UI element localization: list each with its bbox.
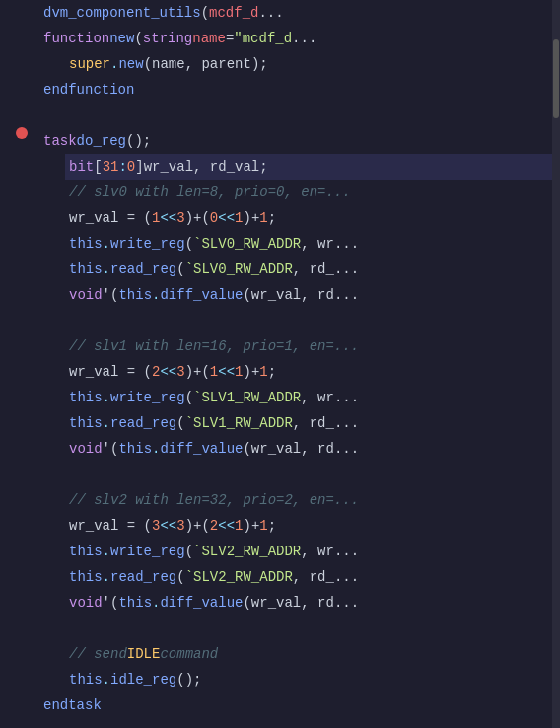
code-line: // slv0 with len=8, prio=0, en=... [65,180,552,205]
code-line: void'(this.diff_value(wr_val, rd... [65,282,552,308]
gutter-line [0,146,32,171]
code-line: // slv1 with len=16, prio=1, en=... [65,333,552,359]
gutter-line [0,25,32,49]
gutter-line [0,243,32,267]
code-line [39,308,552,333]
vertical-scrollbar[interactable] [552,0,560,728]
code-line [39,462,552,487]
code-line: this.idle_reg(); [65,667,552,692]
gutter-line [0,48,32,73]
code-line [39,103,552,128]
gutter-line [0,582,32,607]
code-line: // send IDLE command [65,641,552,667]
code-line: endtask [39,692,552,718]
gutter-line [0,412,32,437]
code-line: dvm_component_utils(mcdf_d... [39,0,552,26]
code-line: this.read_reg(`SLV1_RW_ADDR, rd_... [65,410,552,436]
gutter-line [0,630,32,655]
code-line: void'(this.diff_value(wr_val, rd... [65,590,552,616]
gutter-line [0,316,32,340]
gutter-line [0,218,32,243]
gutter-line [0,703,32,728]
gutter-line [0,534,32,558]
line-numbers [0,0,39,728]
gutter-line [0,170,32,194]
code-line: function new(string name = "mcdf_d... [39,26,552,51]
code-line [39,616,552,641]
code-line: wr_val = (3<<3)+(2<<1)+1; [65,513,552,539]
gutter-line [0,194,32,219]
gutter-line [0,437,32,462]
code-line: endfunction [39,77,552,103]
code-content[interactable]: dvm_component_utils(mcdf_d... function n… [39,0,552,728]
code-line: this.write_reg(`SLV0_RW_ADDR, wr... [65,231,552,256]
gutter-line [0,73,32,98]
gutter-line [0,680,32,704]
code-line: task do_reg(); [39,128,552,154]
gutter-line [0,607,32,631]
gutter-line [0,389,32,413]
code-line: this.read_reg(`SLV0_RW_ADDR, rd_... [65,256,552,282]
gutter-line [0,485,32,510]
gutter-line [0,461,32,485]
gutter-line [0,0,32,25]
gutter-line [0,364,32,389]
code-line: // slv2 with len=32, prio=2, en=... [65,487,552,513]
code-line-highlighted: bit[31:0] wr_val, rd_val; [65,154,552,180]
gutter-line [0,558,32,583]
code-line: this.read_reg(`SLV2_RW_ADDR, rd_... [65,564,552,590]
code-line: this.write_reg(`SLV2_RW_ADDR, wr... [65,539,552,564]
gutter-line [0,655,32,680]
code-line: void'(this.diff_value(wr_val, rd... [65,436,552,462]
scrollbar-thumb[interactable] [553,39,559,118]
gutter-line [0,509,32,534]
code-line: this.write_reg(`SLV1_RW_ADDR, wr... [65,385,552,410]
gutter-line [0,339,32,364]
gutter-line [0,97,32,121]
code-line: wr_val = (2<<3)+(1<<1)+1; [65,359,552,385]
gutter-line-breakpoint [0,121,32,146]
code-line: super.new(name, parent); [65,51,552,77]
gutter-line [0,267,32,292]
code-editor: dvm_component_utils(mcdf_d... function n… [0,0,560,728]
code-line: wr_val = (1<<3)+(0<<1)+1; [65,205,552,231]
gutter-line [0,291,32,316]
